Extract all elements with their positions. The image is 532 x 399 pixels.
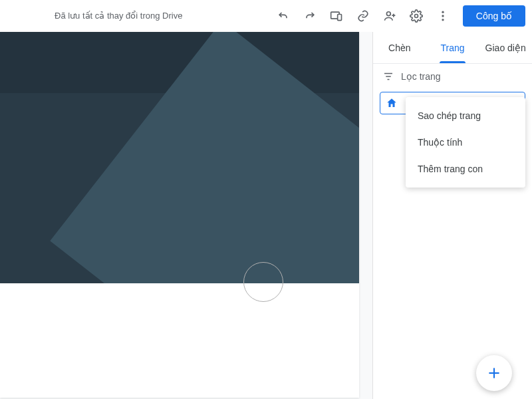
sidebar-tabs: Chèn Trang Giao diện	[373, 32, 532, 64]
svg-point-5	[442, 15, 444, 17]
publish-button[interactable]: Công bố	[463, 5, 525, 27]
svg-point-6	[442, 19, 444, 21]
add-page-fab[interactable]	[476, 355, 512, 391]
tab-insert[interactable]: Chèn	[373, 32, 426, 63]
cursor-indicator	[243, 262, 283, 302]
filter-label: Lọc trang	[401, 71, 441, 82]
main-area: Chèn Trang Giao diện Lọc trang	[0, 32, 532, 399]
more-button[interactable]	[431, 4, 455, 28]
settings-button[interactable]	[404, 4, 428, 28]
preview-button[interactable]	[325, 4, 348, 28]
redo-icon	[303, 9, 317, 23]
menu-add-subpage[interactable]: Thêm trang con	[406, 156, 525, 182]
menu-duplicate-page[interactable]: Sao chép trang	[406, 102, 525, 129]
top-toolbar: Đã lưu tất cả thay đổi trong Drive Công …	[0, 0, 532, 32]
menu-properties[interactable]: Thuộc tính	[406, 129, 525, 156]
copy-link-button[interactable]	[351, 4, 375, 28]
hero-section[interactable]	[0, 32, 359, 283]
canvas-wrap	[0, 32, 372, 399]
page-context-menu: Sao chép trang Thuộc tính Thêm trang con	[406, 97, 525, 188]
link-icon	[356, 9, 370, 23]
share-button[interactable]	[378, 4, 402, 28]
page-canvas[interactable]	[0, 32, 359, 398]
gear-icon	[410, 9, 423, 23]
svg-point-4	[442, 11, 444, 13]
filter-pages[interactable]: Lọc trang	[373, 64, 532, 89]
home-icon	[386, 97, 398, 109]
tab-pages[interactable]: Trang	[426, 32, 479, 63]
undo-button[interactable]	[271, 4, 295, 28]
svg-rect-1	[338, 14, 342, 20]
tab-themes[interactable]: Giao diện	[479, 32, 532, 63]
redo-button[interactable]	[298, 4, 322, 28]
svg-point-2	[386, 11, 390, 15]
svg-point-3	[414, 14, 418, 17]
plus-icon	[485, 364, 503, 382]
filter-icon	[382, 70, 394, 82]
undo-icon	[277, 9, 290, 23]
right-sidebar: Chèn Trang Giao diện Lọc trang	[372, 32, 532, 399]
save-status: Đã lưu tất cả thay đổi trong Drive	[55, 11, 182, 21]
devices-icon	[330, 9, 343, 23]
person-add-icon	[383, 9, 396, 23]
more-vert-icon	[436, 9, 450, 23]
